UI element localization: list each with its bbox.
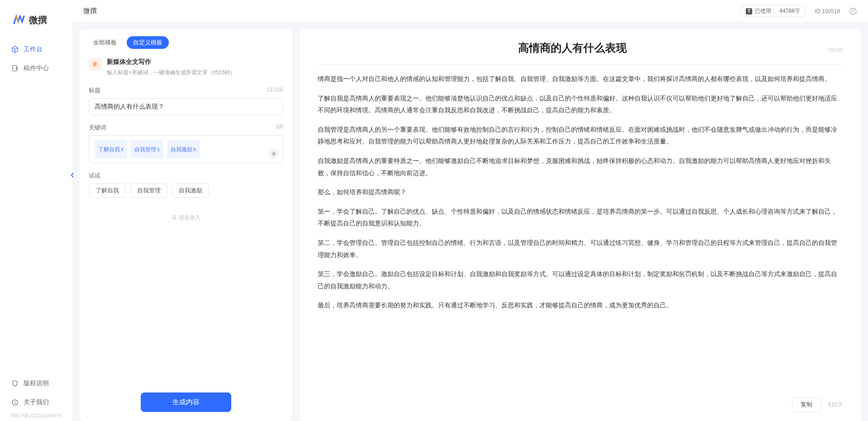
logo-icon <box>13 14 25 26</box>
remove-tag-icon[interactable]: x <box>121 146 124 153</box>
char-count: 515字 <box>828 401 843 409</box>
keyword-box[interactable]: 了解自我 x 自我管理 x 自我激励 x ✕ <box>89 135 283 163</box>
keyword-tag[interactable]: 自我管理 x <box>131 140 163 158</box>
article-title-counter: 10/100 <box>827 47 843 53</box>
topbar: 微撰 T 已使用： 44768字 ID:100519 <box>72 0 868 23</box>
tab-all-templates[interactable]: 全部模板 <box>87 36 123 49</box>
nav-item-copyright[interactable]: 版权说明 <box>0 374 72 393</box>
drawer-handle[interactable] <box>69 170 76 181</box>
article-paragraph: 最后，培养高情商需要长期的努力和实践。只有通过不断地学习、反思和实践，才能够提高… <box>318 299 843 311</box>
article-paragraph: 那么，如何培养和提高情商呢？ <box>318 186 843 198</box>
config-panel: 全部模板 自定义模板 新媒体全文写作 输入标题+关键词，一键准确生成所需文章（约… <box>80 30 292 421</box>
try-chip[interactable]: 自我激励 <box>172 183 209 198</box>
template-subtitle: 输入标题+关键词，一键准确生成所需文章（约15秒） <box>107 69 235 77</box>
nav-label: 版权说明 <box>24 379 49 388</box>
article-paragraph: 了解自我是高情商人的重要表现之一。他们能够清楚地认识自己的优点和缺点，以及自己的… <box>318 92 843 116</box>
title-input[interactable] <box>89 98 283 115</box>
usage-pill[interactable]: T 已使用： 44768字 <box>740 5 806 17</box>
remove-tag-icon[interactable]: x <box>193 146 196 153</box>
article-paragraph: 自我管理是高情商人的另一个重要表现。他们能够有效地控制自己的言行和行为，控制自己… <box>318 124 843 148</box>
template-title: 新媒体全文写作 <box>107 58 235 66</box>
keyword-tag[interactable]: 自我激励 x <box>167 140 200 158</box>
info-icon <box>11 398 19 407</box>
sidebar: 微撰 工作台 稿件中心 版权说明 关于我们 <box>0 0 72 421</box>
template-tabs: 全部模板 自定义模板 <box>80 30 292 53</box>
nav-item-workspace[interactable]: 工作台 <box>0 40 72 59</box>
remove-tag-icon[interactable]: x <box>157 146 160 153</box>
svg-point-2 <box>14 401 15 402</box>
keyword-label: 关键词 <box>89 124 106 132</box>
nav-label: 稿件中心 <box>24 64 49 72</box>
article-paragraph: 第三，学会激励自己。激励自己包括设定目标和计划、自我激励和自我奖励等方式。可以通… <box>318 268 843 292</box>
keyword-counter: 3/6 <box>276 124 283 132</box>
shield-icon <box>11 379 19 388</box>
svg-rect-5 <box>173 215 175 218</box>
usage-label: 已使用： <box>755 7 777 15</box>
nav-label: 关于我们 <box>24 398 49 407</box>
nav-item-about[interactable]: 关于我们 <box>0 393 72 412</box>
try-label: 试试 <box>89 172 100 180</box>
logo: 微撰 <box>0 9 72 40</box>
try-chip[interactable]: 了解自我 <box>89 183 126 198</box>
doc-out-icon <box>11 64 19 72</box>
title-counter: 11/100 <box>267 86 283 95</box>
user-id: ID:100519 <box>815 8 840 14</box>
nav-label: 工作台 <box>24 45 43 53</box>
mic-icon <box>172 215 177 221</box>
tab-custom-templates[interactable]: 自定义模板 <box>127 36 169 49</box>
article-body[interactable]: 情商是指一个人对自己和他人的情感的认知和管理能力，包括了解自我、自我管理、自我激… <box>318 64 843 311</box>
copy-button[interactable]: 复制 <box>792 397 821 412</box>
nav: 工作台 稿件中心 <box>0 40 72 374</box>
clear-tags-icon[interactable]: ✕ <box>269 149 278 158</box>
article-title[interactable]: 高情商的人有什么表现 <box>318 41 827 55</box>
keyword-tag[interactable]: 了解自我 x <box>95 140 127 158</box>
nav-item-drafts[interactable]: 稿件中心 <box>0 59 72 78</box>
article-panel: 高情商的人有什么表现 10/100 情商是指一个人对自己和他人的情感的认知和管理… <box>300 30 861 421</box>
article-paragraph: 第二，学会管理自己。管理自己包括控制自己的情绪、行为和言语，以及管理自己的时间和… <box>318 237 843 261</box>
voice-hint: 语音录入 <box>179 214 200 222</box>
article-paragraph: 情商是指一个人对自己和他人的情感的认知和管理能力，包括了解自我、自我管理、自我激… <box>318 73 843 85</box>
page-title: 微撰 <box>83 7 97 15</box>
try-chip[interactable]: 自我管理 <box>130 183 167 198</box>
title-label: 标题 <box>89 86 100 95</box>
icp-text: 鄂ICP备2022016946号 <box>11 412 62 419</box>
template-icon <box>89 58 101 71</box>
cube-icon <box>11 45 19 53</box>
voice-input-row[interactable]: 语音录入 <box>89 206 283 230</box>
template-card[interactable]: 新媒体全文写作 输入标题+关键词，一键准确生成所需文章（约15秒） <box>80 53 292 84</box>
logo-text: 微撰 <box>29 14 47 26</box>
article-paragraph: 自我激励是高情商人的重要特质之一。他们能够激励自己不断地追求目标和梦想，克服困难… <box>318 155 843 179</box>
t-icon: T <box>746 8 752 14</box>
power-icon[interactable] <box>849 7 857 15</box>
article-paragraph: 第一，学会了解自己。了解自己的优点、缺点、个性特质和偏好，以及自己的情感状态和情… <box>318 206 843 230</box>
generate-button[interactable]: 生成内容 <box>141 392 231 412</box>
usage-value: 44768字 <box>779 7 800 15</box>
